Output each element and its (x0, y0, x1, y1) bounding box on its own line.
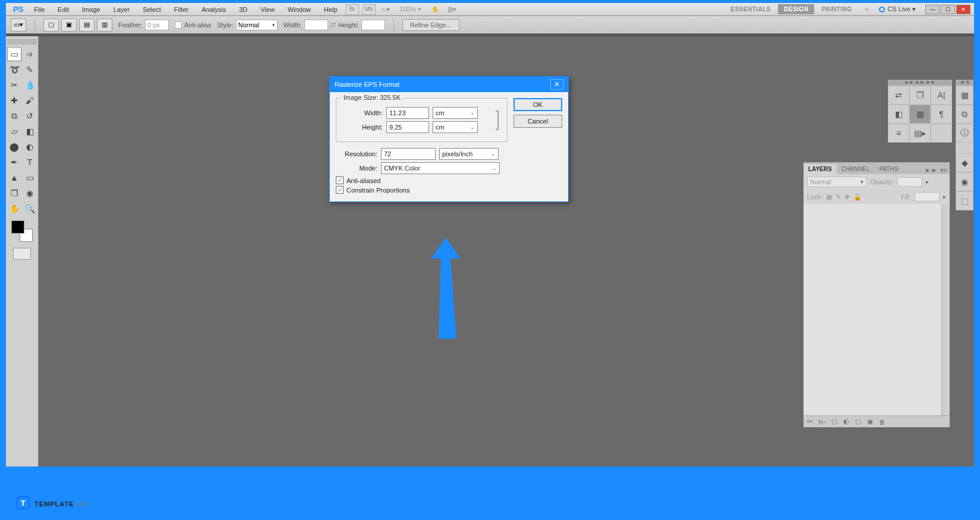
color-panel-icon[interactable]: ▦ (956, 86, 973, 105)
panel-menu-icon[interactable]: ▾≡ (940, 166, 947, 174)
fill-input[interactable] (915, 192, 940, 201)
workspace-design[interactable]: DESIGN (778, 4, 814, 14)
3d-tool-icon[interactable]: ❒ (7, 186, 21, 200)
menu-image[interactable]: Image (76, 5, 106, 14)
antialiased-checkbox[interactable]: ✓ (336, 177, 344, 184)
constrain-checkbox[interactable]: ✓ (336, 186, 344, 194)
crop-tool-icon[interactable]: ✂ (7, 78, 21, 92)
3dcamera-tool-icon[interactable]: ◉ (23, 186, 37, 200)
hand-shortcut-icon[interactable]: ✋ (428, 4, 442, 15)
stamp-tool-icon[interactable]: ⧉ (7, 109, 21, 123)
panel-expand-icon[interactable]: ►► (925, 166, 938, 174)
cancel-button[interactable]: Cancel (513, 115, 562, 128)
heal-tool-icon[interactable]: ✚ (7, 93, 21, 108)
ok-button[interactable]: OK (513, 98, 562, 111)
antialias-checkbox[interactable] (175, 21, 182, 29)
constrain-link-icon[interactable]: ⎤⎦ (491, 105, 502, 135)
blur-tool-icon[interactable]: ⬤ (7, 140, 21, 154)
view-extras-icon[interactable]: ▥▾ (445, 4, 458, 15)
eyedropper-tool-icon[interactable]: 💧 (23, 78, 37, 92)
layers-scrollbar[interactable] (941, 204, 950, 415)
opacity-input[interactable] (897, 177, 922, 187)
layer-mask-icon[interactable]: ▢ (831, 418, 837, 426)
style-select[interactable]: Normal▾ (236, 20, 278, 30)
menu-3d[interactable]: 3D (233, 5, 253, 14)
workspace-essentials[interactable]: ESSENTIALS (724, 4, 777, 14)
minibridge-icon[interactable]: Mb (363, 4, 376, 15)
color-swatches[interactable] (11, 220, 33, 242)
adjustment-layer-icon[interactable]: ◐ (843, 418, 849, 426)
minimize-button[interactable]: — (925, 5, 940, 14)
lock-position-icon[interactable]: ✥ (844, 193, 850, 201)
masks-panel-icon[interactable]: ◧ (888, 105, 909, 124)
lock-all-icon[interactable]: 🔒 (853, 193, 862, 201)
selection-new-icon[interactable]: ▢ (43, 18, 59, 31)
lasso-tool-icon[interactable]: ➰ (7, 62, 21, 77)
character-panel-icon[interactable]: A| (931, 86, 952, 105)
screen-arrangement-icon[interactable]: ▭▾ (379, 4, 392, 15)
quickmask-icon[interactable] (13, 248, 31, 260)
menu-edit[interactable]: Edit (52, 5, 75, 14)
strip-grip[interactable]: ◄ ✕ (956, 80, 973, 86)
menu-view[interactable]: View (254, 5, 281, 14)
menu-select[interactable]: Select (137, 5, 167, 14)
mode-select[interactable]: CMYK Color⌄ (381, 162, 500, 174)
zoom-tool-icon[interactable]: 🔍 (23, 201, 37, 216)
quickselect-tool-icon[interactable]: ✎ (23, 62, 37, 77)
menu-help[interactable]: Help (318, 5, 344, 14)
delete-layer-icon[interactable]: 🗑 (879, 418, 886, 426)
hand-tool-icon[interactable]: ✋ (7, 201, 21, 216)
layers-list[interactable] (803, 204, 950, 415)
resolution-unit-select[interactable]: pixels/inch⌄ (439, 148, 499, 160)
panel-grip[interactable]: ►► ►► ►► (888, 80, 952, 86)
layer-group-icon[interactable]: ▢ (855, 418, 861, 426)
info-panel-icon[interactable]: ⓘ (956, 124, 973, 143)
lock-pixels-icon[interactable]: ✎ (836, 193, 841, 201)
gradient-tool-icon[interactable]: ◧ (23, 124, 37, 138)
tab-channels[interactable]: CHANNEL (837, 164, 875, 174)
history-brush-tool-icon[interactable]: ↺ (23, 109, 37, 123)
layers-mini-icon[interactable]: ▤▸ (909, 124, 931, 143)
workspace-painting[interactable]: PAINTING (815, 4, 858, 14)
menu-analysis[interactable]: Analysis (196, 5, 232, 14)
tab-paths[interactable]: PATHS (874, 164, 903, 174)
menu-layer[interactable]: Layer (108, 5, 136, 14)
dialog-titlebar[interactable]: Rasterize EPS Format ✕ (330, 77, 568, 92)
height-input[interactable] (386, 121, 429, 133)
styles-panel-icon[interactable]: ❐ (909, 86, 931, 105)
swap-wh-icon[interactable]: ⇄ (330, 21, 336, 29)
layers-strip-icon[interactable]: ◆ (956, 153, 973, 172)
history-panel-icon[interactable]: ≡ (888, 124, 909, 143)
height-unit-select[interactable]: cm⌄ (433, 121, 478, 133)
eraser-tool-icon[interactable]: ▱ (7, 124, 21, 138)
paths-strip-icon[interactable]: ⬚ (956, 191, 973, 210)
shape-tool-icon[interactable]: ▭ (23, 171, 37, 185)
swatches-panel-icon[interactable]: ▦ (909, 105, 931, 124)
marquee-tool-icon[interactable]: ▭ (7, 47, 21, 61)
channels-strip-icon[interactable]: ◉ (956, 172, 973, 191)
type-tool-icon[interactable]: T (23, 155, 37, 169)
maximize-button[interactable]: ☐ (941, 5, 955, 14)
layer-fx-icon[interactable]: fx▫ (818, 418, 825, 426)
navigator-panel-icon[interactable]: ⧉ (956, 105, 973, 124)
adjustments-panel-icon[interactable]: ⇄ (888, 86, 909, 105)
resolution-input[interactable] (381, 148, 436, 160)
zoom-level[interactable]: 100% ▾ (395, 5, 426, 13)
menu-file[interactable]: File (28, 5, 51, 14)
refine-edge-button[interactable]: Refine Edge... (402, 19, 459, 31)
new-layer-icon[interactable]: ▣ (867, 418, 873, 426)
foreground-color-swatch[interactable] (11, 220, 24, 234)
width-unit-select[interactable]: cm⌄ (433, 107, 478, 119)
blend-mode-select[interactable]: Normal▾ (807, 177, 866, 187)
selection-intersect-icon[interactable]: ▥ (97, 18, 112, 31)
toolbox-grip[interactable] (7, 39, 37, 45)
close-button[interactable]: ✕ (956, 5, 970, 14)
tool-preset-icon[interactable]: ▭▾ (11, 18, 26, 31)
link-layers-icon[interactable]: ⚯ (807, 418, 812, 426)
lock-transparent-icon[interactable]: ▦ (826, 193, 832, 201)
tab-layers[interactable]: LAYERS (803, 164, 837, 174)
pen-tool-icon[interactable]: ✒ (7, 155, 21, 169)
selection-subtract-icon[interactable]: ▤ (79, 18, 94, 31)
workspace-more-icon[interactable]: » (860, 4, 873, 15)
paragraph-panel-icon[interactable]: ¶ (931, 105, 952, 124)
